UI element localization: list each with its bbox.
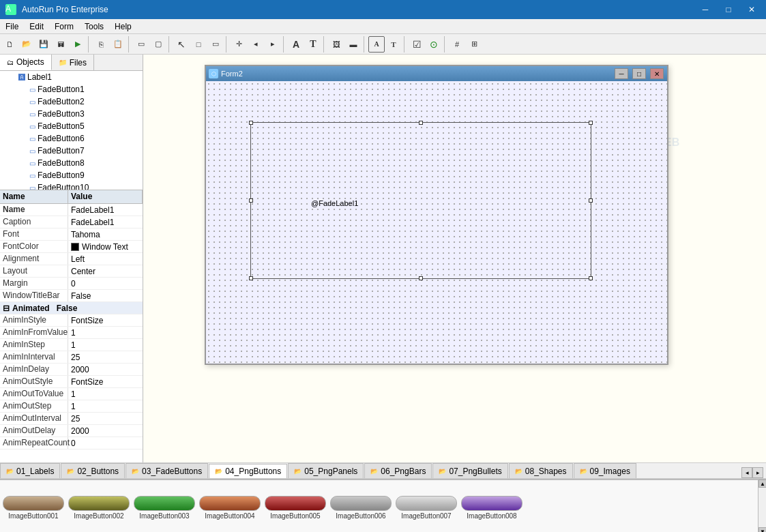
handle-bm[interactable] <box>419 276 423 280</box>
thumb-imagebutton008[interactable]: ImageButton008 <box>461 496 522 520</box>
tb-run[interactable]: ▶ <box>70 36 86 53</box>
tb-save[interactable]: 💾 <box>35 36 52 53</box>
thumb-imagebutton007[interactable]: ImageButton007 <box>396 496 457 520</box>
thumb-imagebutton002[interactable]: ImageButton002 <box>68 496 130 520</box>
prop-row-windowtitlebar[interactable]: WindowTitleBar False <box>0 290 143 302</box>
tb-paste[interactable]: 📋 <box>110 36 126 53</box>
form-close[interactable]: ✕ <box>650 68 664 79</box>
tree-item-fadebutton6[interactable]: ▭ FadeButton6 <box>0 132 143 145</box>
tb-lbl2[interactable]: T <box>385 36 402 53</box>
thumb-imagebutton001[interactable]: ImageButton001 <box>3 496 64 520</box>
tree-item-label1[interactable]: 🅰 Label1 <box>0 71 143 83</box>
prop-row-animoutstep[interactable]: AnimOutStep 1 <box>0 400 143 413</box>
tb-chk[interactable]: ☑ <box>409 36 425 53</box>
tab-nav-right[interactable]: ▸ <box>752 467 763 478</box>
tb-square2[interactable]: ▭ <box>207 36 224 53</box>
tree-item-fadebutton3[interactable]: ▭ FadeButton3 <box>0 108 143 120</box>
tb-img2[interactable]: ▬ <box>345 36 362 53</box>
tb-rect2[interactable]: ▢ <box>150 36 166 53</box>
prop-row-animrepeatcount[interactable]: AnimRepeatCount 0 <box>0 437 143 449</box>
btab-03-fadebuttons[interactable]: 📂 03_FadeButtons <box>126 463 208 478</box>
thumb-scroll-down[interactable]: ▼ <box>758 527 766 532</box>
prop-row-animininterval[interactable]: AnimInInterval 25 <box>0 351 143 364</box>
tb-cursor[interactable]: ↖ <box>173 36 190 53</box>
minimize-button[interactable]: ─ <box>696 3 714 16</box>
prop-row-name[interactable]: Name FadeLabel1 <box>0 204 143 216</box>
thumb-imagebutton006[interactable]: ImageButton006 <box>330 496 392 520</box>
maximize-button[interactable]: □ <box>720 3 737 16</box>
thumb-imagebutton004[interactable]: ImageButton004 <box>199 496 261 520</box>
btab-02-buttons[interactable]: 📂 02_Buttons <box>61 463 125 478</box>
thumb-imagebutton003[interactable]: ImageButton003 <box>134 496 195 520</box>
handle-tr[interactable] <box>589 121 593 125</box>
menu-form[interactable]: Form <box>49 19 79 33</box>
tb-more[interactable]: ⊞ <box>466 36 482 53</box>
canvas-area[interactable]: WWW.WEBD COM.AU WWW.WEB WWW.WEB COM.AU W… <box>143 55 766 462</box>
btab-06-pngbars[interactable]: 📂 06_PngBars <box>364 463 432 478</box>
tab-objects[interactable]: 🗂 Objects <box>0 55 52 70</box>
prop-row-animinstep[interactable]: AnimInStep 1 <box>0 339 143 351</box>
prop-row-layout[interactable]: Layout Center <box>0 265 143 278</box>
tree-item-fadebutton1[interactable]: ▭ FadeButton1 <box>0 83 143 95</box>
tb-save2[interactable]: 🖬 <box>53 36 69 53</box>
prop-row-animinfromvalue[interactable]: AnimInFromValue 1 <box>0 327 143 339</box>
tb-img[interactable]: 🖼 <box>328 36 344 53</box>
tree-item-fadebutton10[interactable]: ▭ FadeButton10 <box>0 181 143 190</box>
handle-br[interactable] <box>589 276 593 280</box>
tb-new[interactable]: 🗋 <box>1 36 18 53</box>
prop-row-animoutstyle[interactable]: AnimOutStyle FontSize <box>0 376 143 388</box>
tb-minus[interactable]: ◂ <box>248 36 264 53</box>
prop-row-caption[interactable]: Caption FadeLabel1 <box>0 216 143 228</box>
tree-item-fadebutton7[interactable]: ▭ FadeButton7 <box>0 145 143 157</box>
handle-tm[interactable] <box>419 121 423 125</box>
tb-plus[interactable]: ✛ <box>231 36 247 53</box>
tab-nav-left[interactable]: ◂ <box>741 467 752 478</box>
btab-07-pngbullets[interactable]: 📂 07_PngBullets <box>432 463 507 478</box>
tree-item-fadebutton8[interactable]: ▭ FadeButton8 <box>0 157 143 169</box>
form-content[interactable]: @FadeLabel1 <box>206 81 667 364</box>
btab-05-pngpanels[interactable]: 📂 05_PngPanels <box>288 463 364 478</box>
tb-text[interactable]: A <box>288 36 304 53</box>
prop-row-animindelay[interactable]: AnimInDelay 2000 <box>0 364 143 376</box>
prop-row-animated[interactable]: ⊟ Animated False <box>0 302 143 314</box>
prop-row-alignment[interactable]: Alignment Left <box>0 253 143 265</box>
menu-edit[interactable]: Edit <box>24 19 49 33</box>
close-button[interactable]: ✕ <box>743 3 761 16</box>
tb-text2[interactable]: T <box>305 36 321 53</box>
tb-radio[interactable]: ⊙ <box>426 36 442 53</box>
form-maximize[interactable]: □ <box>632 68 646 79</box>
tree-item-fadebutton2[interactable]: ▭ FadeButton2 <box>0 95 143 108</box>
form-minimize[interactable]: ─ <box>615 68 628 79</box>
menu-help[interactable]: Help <box>109 19 137 33</box>
tb-lbl[interactable]: A <box>368 36 385 53</box>
thumb-imagebutton005[interactable]: ImageButton005 <box>265 496 326 520</box>
btab-09-images[interactable]: 📂 09_Images <box>574 463 636 478</box>
form-window[interactable]: ⬡ Form2 ─ □ ✕ @FadeLabel1 <box>205 65 668 365</box>
tb-hash[interactable]: # <box>449 36 465 53</box>
handle-tl[interactable] <box>249 121 253 125</box>
prop-row-margin[interactable]: Margin 0 <box>0 278 143 290</box>
handle-ml[interactable] <box>249 198 253 203</box>
prop-row-font[interactable]: Font Tahoma <box>0 228 143 241</box>
tb-copy[interactable]: ⎘ <box>93 36 109 53</box>
handle-bl[interactable] <box>249 276 253 280</box>
tb-rect[interactable]: ▭ <box>133 36 149 53</box>
tb-next[interactable]: ▸ <box>265 36 281 53</box>
prop-row-animouttovalue[interactable]: AnimOutToValue 1 <box>0 388 143 400</box>
menu-file[interactable]: File <box>0 19 24 33</box>
prop-row-animoutdelay[interactable]: AnimOutDelay 2000 <box>0 425 143 437</box>
tree-item-fadebutton5[interactable]: ▭ FadeButton5 <box>0 120 143 132</box>
btab-01-labels[interactable]: 📂 01_Labels <box>0 463 60 478</box>
tb-open[interactable]: 📂 <box>18 36 35 53</box>
tab-files[interactable]: 📁 Files <box>52 55 94 70</box>
tb-square[interactable]: □ <box>190 36 207 53</box>
thumb-scroll-up[interactable]: ▲ <box>758 479 766 488</box>
prop-row-fontcolor[interactable]: FontColor Window Text <box>0 241 143 253</box>
btab-08-shapes[interactable]: 📂 08_Shapes <box>509 463 573 478</box>
tree-item-fadebutton9[interactable]: ▭ FadeButton9 <box>0 169 143 181</box>
btab-04-pngbuttons[interactable]: 📂 04_PngButtons <box>209 464 287 479</box>
handle-mr[interactable] <box>589 198 593 203</box>
menu-tools[interactable]: Tools <box>79 19 109 33</box>
prop-row-animoutinterval[interactable]: AnimOutInterval 25 <box>0 413 143 425</box>
prop-row-animinstyle[interactable]: AnimInStyle FontSize <box>0 314 143 327</box>
